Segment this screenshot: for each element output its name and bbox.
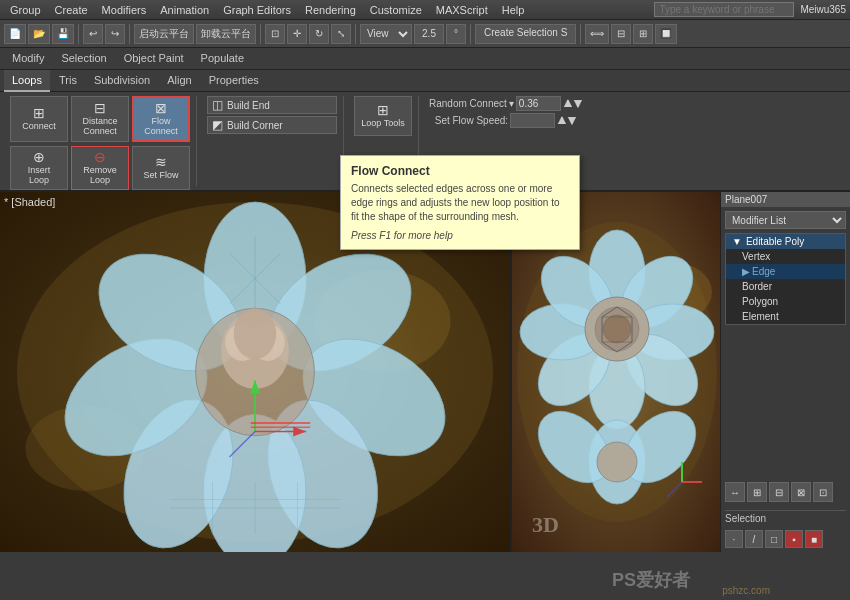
modifier-list: ▼ Editable Poly Vertex ▶ Edge Border Pol…	[725, 233, 846, 325]
expand-icon: ▼	[732, 236, 742, 247]
toolbar-angle[interactable]: °	[446, 24, 466, 44]
flow-connect-icon: ⊠	[155, 101, 167, 115]
sel-vertex-btn[interactable]: ·	[725, 530, 743, 548]
toolbar-redo[interactable]: ↪	[105, 24, 125, 44]
modifier-edge[interactable]: ▶ Edge	[726, 264, 845, 279]
site-label: pshzc.com	[722, 585, 770, 596]
selection-section: Selection · / □ ▪ ■	[721, 506, 850, 552]
modifier-border[interactable]: Border	[726, 279, 845, 294]
set-flow-speed-row: Set Flow Speed: ⯅⯆	[435, 113, 577, 128]
menu-graph-editors[interactable]: Graph Editors	[217, 2, 297, 18]
menu-help[interactable]: Help	[496, 2, 531, 18]
build-corner-button[interactable]: ◩ Build Corner	[207, 116, 337, 134]
menu-create[interactable]: Create	[49, 2, 94, 18]
ribbon-tab-subdivision[interactable]: Subdivision	[86, 70, 158, 92]
ribbon-tab-tris[interactable]: Tris	[51, 70, 85, 92]
tab-object-paint[interactable]: Object Paint	[116, 48, 192, 70]
menu-customize[interactable]: Customize	[364, 2, 428, 18]
svg-point-50	[597, 442, 637, 482]
object-name-label: Plane007	[725, 194, 767, 205]
create-selection-button[interactable]: Create Selection S	[475, 24, 576, 44]
toolbar-snap[interactable]: 🔲	[655, 24, 677, 44]
tab-populate[interactable]: Populate	[193, 48, 252, 70]
loop-tools-icon: ⊞	[377, 103, 389, 117]
toolbar-undo[interactable]: ↩	[83, 24, 103, 44]
menu-group[interactable]: Group	[4, 2, 47, 18]
toolbar-start-cloud[interactable]: 启动云平台	[134, 24, 194, 44]
ribbon-tab-loops[interactable]: Loops	[4, 70, 50, 92]
connect-button[interactable]: ⊞ Connect	[10, 96, 68, 142]
remove-loop-icon: ⊖	[94, 150, 106, 164]
toolbar-save[interactable]: 💾	[52, 24, 74, 44]
separator6	[580, 24, 581, 44]
toolbar-row-1: 📄 📂 💾 ↩ ↪ 启动云平台 卸载云平台 ⊡ ✛ ↻ ⤡ View World…	[0, 20, 850, 48]
set-flow-speed-input[interactable]	[510, 113, 555, 128]
modifier-sub-icon: ▶	[742, 266, 750, 277]
separator5	[470, 24, 471, 44]
modifier-list-dropdown[interactable]: Modifier List	[725, 211, 846, 229]
toolbar-mirror[interactable]: ⟺	[585, 24, 609, 44]
modifier-element[interactable]: Element	[726, 309, 845, 324]
toolbar-rotate[interactable]: ↻	[309, 24, 329, 44]
tool-btn-4[interactable]: ⊠	[791, 482, 811, 502]
modifier-vertex[interactable]: Vertex	[726, 249, 845, 264]
modifier-tools-row: ↔ ⊞ ⊟ ⊠ ⊡	[721, 478, 850, 506]
svg-point-43	[603, 315, 631, 343]
loop-tools-button[interactable]: ⊞ Loop Tools	[354, 96, 412, 136]
toolbar-unload-cloud[interactable]: 卸载云平台	[196, 24, 256, 44]
build-end-icon: ◫	[212, 98, 223, 112]
ribbon-tab-properties[interactable]: Properties	[201, 70, 267, 92]
insert-loop-button[interactable]: ⊕ Insert Loop	[10, 146, 68, 190]
set-flow-button[interactable]: ≋ Set Flow	[132, 146, 190, 190]
remove-loop-button[interactable]: ⊖ Remove Loop	[71, 146, 129, 190]
tab-modify[interactable]: Modify	[4, 48, 52, 70]
ribbon-tabs: Loops Tris Subdivision Align Properties	[0, 70, 850, 92]
toolbar-move[interactable]: ✛	[287, 24, 307, 44]
distance-connect-button[interactable]: ⊟ Distance Connect	[71, 96, 129, 142]
modifier-editable-poly[interactable]: ▼ Editable Poly	[726, 234, 845, 249]
toolbar-open[interactable]: 📂	[28, 24, 50, 44]
toolbar-new[interactable]: 📄	[4, 24, 26, 44]
modifier-border-name: Border	[742, 281, 772, 292]
sel-edge-btn[interactable]: /	[745, 530, 763, 548]
set-flow-icon: ≋	[155, 155, 167, 169]
sel-border-btn[interactable]: □	[765, 530, 783, 548]
insert-loop-label: Insert Loop	[17, 166, 61, 186]
menu-rendering[interactable]: Rendering	[299, 2, 362, 18]
menu-animation[interactable]: Animation	[154, 2, 215, 18]
viewport-label: * [Shaded]	[4, 196, 55, 208]
toolbar-scale[interactable]: ⤡	[331, 24, 351, 44]
random-connect-row: Random Connect ▾ ⯅⯆	[429, 96, 583, 111]
build-end-label: Build End	[227, 100, 270, 111]
set-flow-speed-arrows: ⯅⯆	[557, 115, 577, 126]
search-input[interactable]	[654, 2, 794, 17]
modifier-panel-content: Modifier List ▼ Editable Poly Vertex ▶ E…	[721, 207, 850, 478]
flow-connect-button[interactable]: ⊠ Flow Connect	[132, 96, 190, 142]
view-select[interactable]: View World Local	[360, 24, 412, 44]
modifier-polygon-name: Polygon	[742, 296, 778, 307]
tool-btn-5[interactable]: ⊡	[813, 482, 833, 502]
remove-loop-label: Remove Loop	[78, 166, 122, 186]
tool-btn-2[interactable]: ⊞	[747, 482, 767, 502]
build-end-button[interactable]: ◫ Build End	[207, 96, 337, 114]
toolbar-select[interactable]: ⊡	[265, 24, 285, 44]
sel-element-btn[interactable]: ■	[805, 530, 823, 548]
ribbon-build-group: ◫ Build End ◩ Build Corner	[201, 96, 344, 186]
menu-maxscript[interactable]: MAXScript	[430, 2, 494, 18]
tab-selection[interactable]: Selection	[53, 48, 114, 70]
tool-btn-3[interactable]: ⊟	[769, 482, 789, 502]
toolbar-align[interactable]: ⊟	[611, 24, 631, 44]
toolbar-percent[interactable]: 2.5	[414, 24, 444, 44]
selection-icons: · / □ ▪ ■	[725, 530, 846, 548]
sel-polygon-btn[interactable]: ▪	[785, 530, 803, 548]
menu-modifiers[interactable]: Modifiers	[96, 2, 153, 18]
tool-btn-1[interactable]: ↔	[725, 482, 745, 502]
random-connect-input[interactable]	[516, 96, 561, 111]
toolbar-layer[interactable]: ⊞	[633, 24, 653, 44]
separator4	[355, 24, 356, 44]
random-connect-dots: ▾	[509, 98, 514, 109]
tooltip-title: Flow Connect	[351, 164, 569, 178]
selection-label: Selection	[725, 510, 846, 526]
ribbon-tab-align[interactable]: Align	[159, 70, 199, 92]
modifier-polygon[interactable]: Polygon	[726, 294, 845, 309]
